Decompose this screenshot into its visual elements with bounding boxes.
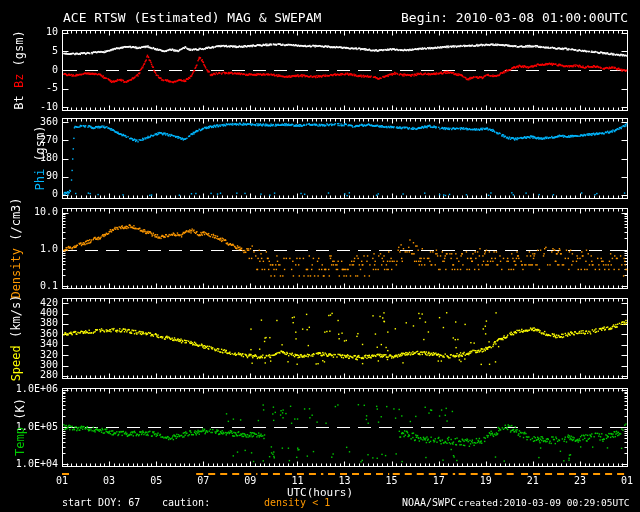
x-tick-label: 05	[143, 476, 169, 486]
x-tick-label: 09	[237, 476, 263, 486]
y-tick-label: 1.0E+06	[6, 384, 58, 394]
chart-title: ACE RTSW (Estimated) MAG & SWEPAM	[63, 11, 321, 24]
y-axis-title-mag-bt-bz: Bt Bz (gsm)	[12, 30, 26, 110]
y-axis-title-part: (gsm)	[33, 125, 47, 168]
x-tick-label: 01	[614, 476, 640, 486]
x-tick-label: 17	[426, 476, 452, 486]
begin-timestamp: Begin: 2010-03-08 01:00:00UTC	[401, 11, 628, 24]
x-tick-label: 19	[473, 476, 499, 486]
y-tick-label: 180	[6, 153, 58, 163]
x-tick-label: 21	[520, 476, 546, 486]
footer-agency: NOAA/SWPC	[402, 498, 456, 508]
y-axis-title-part: (gsm)	[12, 30, 26, 73]
y-axis-title-part: Density	[9, 248, 23, 299]
y-tick-label: 270	[6, 135, 58, 145]
footer-start-doy: start DOY: 67	[62, 498, 140, 508]
y-axis-title-part: Phi	[33, 169, 47, 191]
x-tick-label: 11	[284, 476, 310, 486]
footer-caution-label: caution:	[162, 498, 210, 508]
x-tick-label: 23	[567, 476, 593, 486]
x-tick-label: 01	[49, 476, 75, 486]
y-axis-title-part: (km/s)	[9, 295, 23, 346]
x-tick-label: 03	[96, 476, 122, 486]
y-axis-title-part: (K)	[13, 398, 27, 427]
x-tick-label: 13	[332, 476, 358, 486]
y-axis-title-phi: Phi (gsm)	[33, 125, 47, 190]
y-axis-title-part: Temp	[13, 427, 27, 456]
y-tick-label: 1.0E+04	[6, 459, 58, 469]
y-axis-title-part: (/cm3)	[9, 197, 23, 248]
x-tick-label: 07	[190, 476, 216, 486]
y-axis-title-temp: Temp (K)	[13, 398, 27, 456]
y-axis-title-part: Speed	[9, 345, 23, 381]
y-axis-title-part: Bt	[12, 95, 26, 109]
y-tick-label: 360	[6, 117, 58, 127]
footer-caution-condition: density < 1	[264, 498, 330, 508]
footer-created-timestamp: created:2010-03-09 00:29:05UTC	[458, 498, 630, 508]
y-axis-title-part: Bz	[12, 74, 26, 96]
y-axis-title-density: Density (/cm3)	[9, 197, 23, 298]
y-axis-title-speed: Speed (km/s)	[9, 295, 23, 382]
chart-canvas	[0, 0, 640, 512]
ace-rtsw-plot: ACE RTSW (Estimated) MAG & SWEPAM Begin:…	[0, 0, 640, 512]
x-tick-label: 15	[379, 476, 405, 486]
y-tick-label: 90	[6, 171, 58, 181]
